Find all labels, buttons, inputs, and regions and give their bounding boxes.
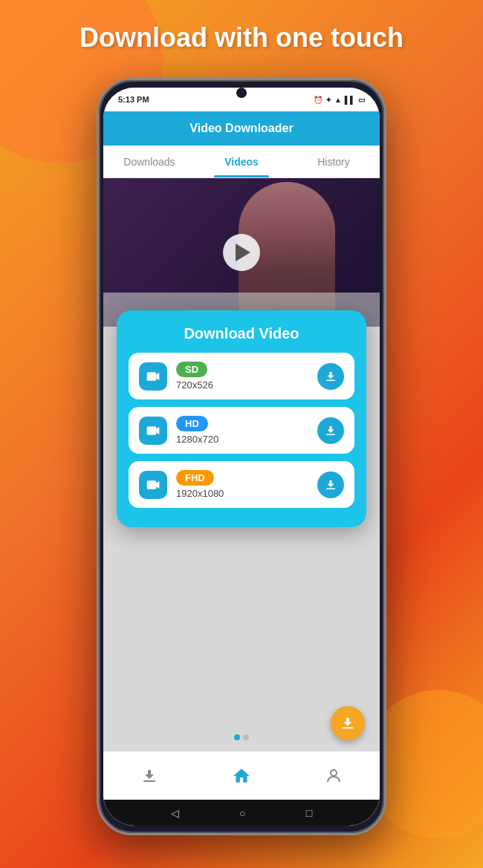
play-triangle-icon [236, 244, 250, 261]
nav-icon-download[interactable] [134, 761, 164, 791]
dot-2 [243, 734, 249, 740]
resolution-fhd: 1920x1080 [176, 488, 308, 499]
alarm-icon: ⏰ [314, 96, 322, 104]
resolution-hd: 1280x720 [176, 434, 308, 445]
android-nav-bar: ◁ ○ □ [103, 800, 380, 826]
fab-download[interactable] [331, 706, 365, 740]
status-icons: ⏰ ✦ ▲ ▌▌ ▭ [314, 96, 365, 104]
nav-icon-home[interactable] [227, 761, 256, 791]
svg-rect-2 [326, 379, 335, 381]
video-icon-sd [139, 362, 167, 391]
badge-hd: HD [176, 416, 208, 431]
page-headline: Download with one touch [0, 22, 483, 53]
android-recent[interactable]: □ [306, 807, 312, 819]
svg-rect-5 [326, 434, 335, 435]
quality-option-hd[interactable]: HD 1280x720 [129, 407, 354, 454]
nav-icon-profile[interactable] [319, 761, 349, 791]
svg-rect-8 [326, 488, 335, 489]
download-btn-hd[interactable] [317, 417, 344, 444]
phone-screen: 5:13 PM ⏰ ✦ ▲ ▌▌ ▭ Video Downloader Down… [103, 88, 380, 826]
bottom-nav: ◁ ○ □ [103, 751, 380, 826]
svg-marker-7 [156, 481, 159, 489]
quality-info-hd: HD 1280x720 [176, 416, 308, 445]
app-titlebar: Video Downloader [103, 111, 380, 146]
play-button[interactable] [223, 234, 260, 271]
svg-rect-9 [343, 728, 354, 729]
quality-option-sd[interactable]: SD 720x526 [129, 353, 354, 399]
resolution-sd: 720x526 [176, 379, 308, 391]
battery-icon: ▭ [358, 96, 365, 104]
download-btn-sd[interactable] [317, 363, 344, 390]
badge-sd: SD [176, 362, 207, 377]
svg-rect-6 [147, 480, 157, 489]
dot-active [234, 734, 240, 740]
nav-icons [103, 751, 380, 800]
quality-option-fhd[interactable]: FHD 1920x1080 [129, 461, 354, 508]
tab-history[interactable]: History [288, 146, 380, 177]
bluetooth-icon: ✦ [325, 96, 331, 104]
tabs-container: Downloads Videos History [103, 146, 380, 178]
camera-notch [236, 88, 247, 98]
status-time: 5:13 PM [118, 95, 149, 104]
svg-marker-1 [156, 373, 159, 380]
android-home[interactable]: ○ [239, 807, 245, 819]
signal-icon: ▌▌ [345, 96, 355, 104]
svg-marker-4 [156, 427, 159, 434]
quality-info-fhd: FHD 1920x1080 [176, 470, 308, 499]
badge-fhd: FHD [176, 470, 214, 486]
download-dialog: Download Video SD 720x526 [117, 310, 366, 527]
video-icon-hd [139, 417, 167, 445]
download-btn-fhd[interactable] [317, 471, 344, 498]
wifi-icon: ▲ [334, 96, 342, 104]
video-icon-fhd [139, 471, 167, 499]
svg-rect-0 [147, 372, 157, 381]
tab-downloads[interactable]: Downloads [103, 146, 195, 177]
svg-rect-3 [147, 426, 157, 435]
dialog-title: Download Video [129, 325, 354, 342]
svg-point-11 [331, 770, 337, 776]
quality-info-sd: SD 720x526 [176, 362, 308, 391]
android-back[interactable]: ◁ [171, 807, 179, 819]
app-title: Video Downloader [189, 122, 293, 135]
svg-rect-10 [143, 780, 155, 782]
scroll-indicator [234, 734, 249, 740]
phone-frame: 5:13 PM ⏰ ✦ ▲ ▌▌ ▭ Video Downloader Down… [97, 78, 386, 835]
tab-videos[interactable]: Videos [195, 146, 288, 177]
